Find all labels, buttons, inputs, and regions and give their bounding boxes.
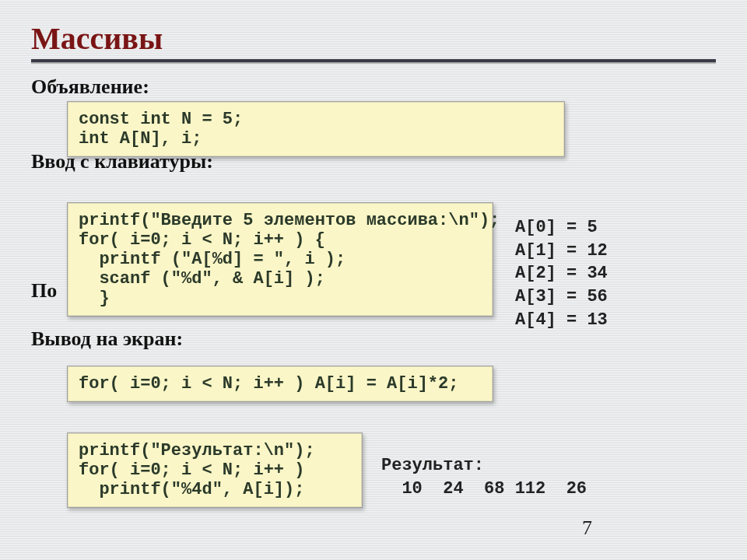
result-label: Результат:	[381, 456, 484, 475]
slide: Массивы Объявление: Ввод с клавиатуры: П…	[0, 0, 747, 560]
page-title: Массивы	[31, 20, 716, 57]
result-values: 10 24 68 112 26	[381, 479, 587, 499]
label-screen-output: Вывод на экран:	[31, 327, 183, 352]
label-partial: По	[31, 278, 57, 304]
page-number: 7	[582, 516, 592, 540]
code-read-input: printf("Введите 5 элементов массива:\n")…	[67, 202, 493, 317]
code-transform: for( i=0; i < N; i++ ) A[i] = A[i]*2;	[67, 366, 493, 402]
sample-input-values: A[0] = 5 A[1] = 12 A[2] = 34 A[3] = 56 A…	[515, 216, 608, 331]
title-underline	[31, 59, 716, 64]
code-declaration: const int N = 5; int A[N], i;	[67, 101, 565, 157]
label-declaration: Объявление:	[31, 75, 149, 100]
code-print-result: printf("Результат:\n"); for( i=0; i < N;…	[67, 432, 363, 508]
